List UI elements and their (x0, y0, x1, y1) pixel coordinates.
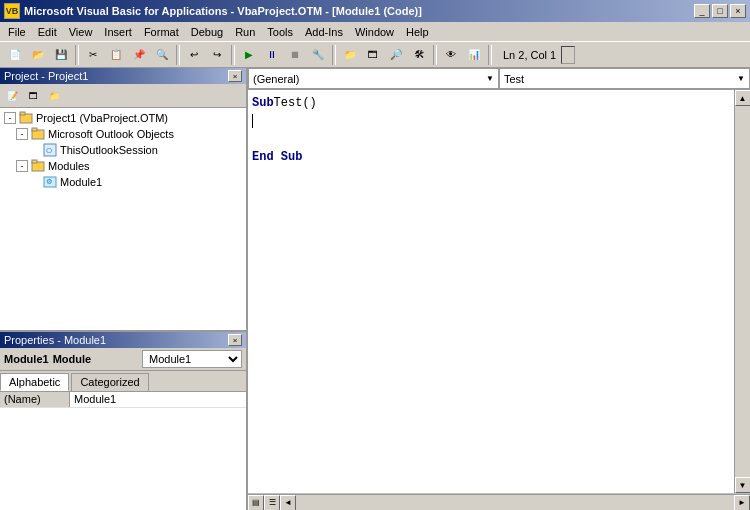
test-dropdown-arrow: ▼ (737, 74, 745, 83)
scroll-up-button[interactable]: ▲ (735, 90, 751, 106)
project-view-object[interactable]: 🗔 (23, 87, 43, 105)
menu-insert[interactable]: Insert (98, 24, 138, 40)
tree-toggle-outlook[interactable]: - (16, 128, 28, 140)
svg-rect-1 (20, 112, 25, 115)
tab-categorized[interactable]: Categorized (71, 373, 148, 391)
general-dropdown[interactable]: (General) ▼ (248, 68, 499, 89)
project-tree: - Project1 (VbaProject.OTM) - Microsoft … (0, 108, 246, 330)
app-icon: VB (4, 3, 20, 19)
toolbar-break[interactable]: ⏸ (261, 44, 283, 66)
menu-debug[interactable]: Debug (185, 24, 229, 40)
menu-view[interactable]: View (63, 24, 99, 40)
toolbar-toolbox[interactable]: 🛠 (408, 44, 430, 66)
menu-edit[interactable]: Edit (32, 24, 63, 40)
toolbar-save[interactable]: 💾 (50, 44, 72, 66)
prop-row-name: (Name) Module1 (0, 392, 246, 408)
tree-label-project: Project1 (VbaProject.OTM) (36, 112, 168, 124)
toolbar-stop[interactable]: ⏹ (284, 44, 306, 66)
code-header: (General) ▼ Test ▼ (248, 68, 750, 90)
view-mode-btn-1[interactable]: ▤ (248, 495, 264, 511)
menu-tools[interactable]: Tools (261, 24, 299, 40)
svg-rect-3 (32, 128, 37, 131)
menu-bar: File Edit View Insert Format Debug Run T… (0, 22, 750, 42)
tree-item-module1[interactable]: ⚙ Module1 (2, 174, 244, 190)
project-panel-close[interactable]: × (228, 70, 242, 82)
svg-text:O: O (46, 146, 52, 155)
toolbar-new[interactable]: 📄 (4, 44, 26, 66)
tree-toggle-project[interactable]: - (4, 112, 16, 124)
code-area[interactable]: Sub Test() End Sub (248, 90, 734, 493)
tree-label-outlook-objects: Microsoft Outlook Objects (48, 128, 174, 140)
properties-tabs: Alphabetic Categorized (0, 371, 246, 392)
properties-panel-title: Properties - Module1 (4, 334, 106, 346)
scroll-left-button[interactable]: ◄ (280, 495, 296, 511)
toolbar-cut[interactable]: ✂ (82, 44, 104, 66)
tab-alphabetic[interactable]: Alphabetic (0, 373, 69, 391)
tree-label-thisoutlooksession: ThisOutlookSession (60, 144, 158, 156)
tree-item-modules[interactable]: - Modules (2, 158, 244, 174)
scroll-track-v[interactable] (735, 106, 750, 477)
window-controls[interactable]: _ □ × (694, 4, 746, 18)
project-panel-toolbar: 📝 🗔 📁 (0, 84, 246, 108)
toolbar-watch[interactable]: 👁 (440, 44, 462, 66)
project-panel: Project - Project1 × 📝 🗔 📁 - Project1 (V… (0, 68, 246, 332)
project-icon (18, 111, 34, 125)
project-view-code[interactable]: 📝 (2, 87, 22, 105)
menu-file[interactable]: File (2, 24, 32, 40)
properties-dropdown[interactable]: Module1 (142, 350, 242, 368)
toolbar-prop-window[interactable]: 🗔 (362, 44, 384, 66)
toolbar-find[interactable]: 🔍 (151, 44, 173, 66)
toolbar-paste[interactable]: 📌 (128, 44, 150, 66)
tree-item-project[interactable]: - Project1 (VbaProject.OTM) (2, 110, 244, 126)
restore-button[interactable]: □ (712, 4, 728, 18)
toolbar-obj-browser[interactable]: 🔎 (385, 44, 407, 66)
toolbar-sep-4 (332, 45, 336, 65)
test-dropdown[interactable]: Test ▼ (499, 68, 750, 89)
tree-toggle-modules[interactable]: - (16, 160, 28, 172)
menu-run[interactable]: Run (229, 24, 261, 40)
properties-panel-close[interactable]: × (228, 334, 242, 346)
tree-item-outlook-objects[interactable]: - Microsoft Outlook Objects (2, 126, 244, 142)
keyword-end-sub: End Sub (252, 150, 302, 164)
code-bottom-bar: ▤ ☰ ◄ ► (248, 494, 750, 510)
toolbar-open[interactable]: 📂 (27, 44, 49, 66)
outlook-objects-icon (30, 127, 46, 141)
vertical-scrollbar[interactable]: ▲ ▼ (734, 90, 750, 493)
scroll-track-h[interactable] (296, 495, 734, 511)
code-line-endsub: End Sub (252, 148, 730, 166)
module1-icon: ⚙ (42, 175, 58, 189)
general-dropdown-arrow: ▼ (486, 74, 494, 83)
scroll-down-button[interactable]: ▼ (735, 477, 751, 493)
project-toggle-folders[interactable]: 📁 (44, 87, 64, 105)
tree-label-module1: Module1 (60, 176, 102, 188)
svg-text:⚙: ⚙ (46, 178, 52, 185)
menu-help[interactable]: Help (400, 24, 435, 40)
prop-key-name: (Name) (0, 392, 70, 407)
minimize-button[interactable]: _ (694, 4, 710, 18)
code-line-cursor (252, 112, 730, 130)
close-button[interactable]: × (730, 4, 746, 18)
toolbar-sep-3 (231, 45, 235, 65)
toolbar-undo[interactable]: ↩ (183, 44, 205, 66)
menu-format[interactable]: Format (138, 24, 185, 40)
code-test-call: Test() (274, 96, 317, 110)
menu-window[interactable]: Window (349, 24, 400, 40)
menu-addins[interactable]: Add-Ins (299, 24, 349, 40)
toolbar-run[interactable]: ▶ (238, 44, 260, 66)
tree-item-thisoutlooksession[interactable]: O ThisOutlookSession (2, 142, 244, 158)
toolbar-sep-2 (176, 45, 180, 65)
toolbar-redo[interactable]: ↪ (206, 44, 228, 66)
svg-rect-7 (32, 160, 37, 163)
properties-panel-header: Properties - Module1 × (0, 332, 246, 348)
toolbar-copy[interactable]: 📋 (105, 44, 127, 66)
code-line-1: Sub Test() (252, 94, 730, 112)
properties-table: (Name) Module1 (0, 392, 246, 510)
toolbar-proj-explorer[interactable]: 📁 (339, 44, 361, 66)
main-layout: Project - Project1 × 📝 🗔 📁 - Project1 (V… (0, 68, 750, 510)
modules-icon (30, 159, 46, 173)
view-mode-btn-2[interactable]: ☰ (264, 495, 280, 511)
toolbar-call-stack[interactable]: 📊 (463, 44, 485, 66)
tree-label-modules: Modules (48, 160, 90, 172)
scroll-right-button[interactable]: ► (734, 495, 750, 511)
toolbar-design[interactable]: 🔧 (307, 44, 329, 66)
